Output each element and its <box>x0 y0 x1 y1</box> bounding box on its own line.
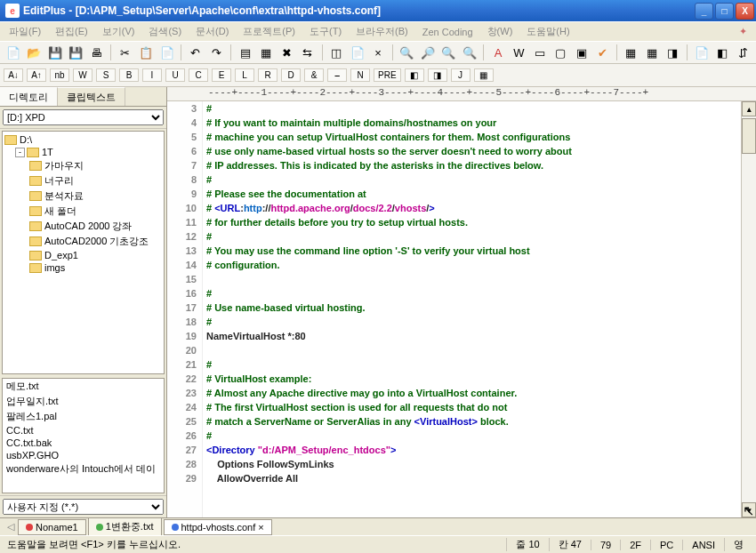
format-button[interactable]: ◧ <box>405 68 424 82</box>
toolbar-button[interactable]: ▦ <box>256 43 275 62</box>
tree-item[interactable]: D_exp1 <box>4 249 162 261</box>
menu-item[interactable]: 문서(D) <box>190 23 234 40</box>
tree-item[interactable]: AutoCAD 2000 강좌 <box>4 219 162 234</box>
toolbar-button[interactable]: ▢ <box>551 43 570 62</box>
format-button[interactable]: D <box>281 68 301 82</box>
toolbar-button[interactable]: ✖ <box>277 43 296 62</box>
redo-icon[interactable]: ↷ <box>207 43 226 62</box>
file-item[interactable]: usbXP.GHO <box>3 449 164 461</box>
file-item[interactable]: 팔레스1.pal <box>3 409 164 424</box>
file-item[interactable]: 메모.txt <box>3 379 164 394</box>
format-button[interactable]: L <box>235 68 254 82</box>
toolbar-button[interactable]: ◧ <box>712 43 731 62</box>
toolbar-button[interactable]: 🔎 <box>418 43 437 62</box>
toolbar-button[interactable]: ◨ <box>664 43 682 62</box>
expand-icon[interactable]: - <box>15 148 25 157</box>
tree-item[interactable]: AutoCAD2000 기초강조 <box>4 234 162 249</box>
toolbar-button[interactable]: 🔍 <box>460 43 479 62</box>
save-icon[interactable]: 💾 <box>45 43 64 62</box>
save-all-icon[interactable]: 💾 <box>66 43 84 62</box>
toolbar-button[interactable]: A <box>488 43 507 62</box>
open-file-icon[interactable]: 📂 <box>24 43 43 62</box>
scroll-track[interactable] <box>742 116 756 502</box>
menu-item[interactable]: 브라우저(B) <box>350 23 414 40</box>
minimize-button[interactable]: _ <box>695 3 713 20</box>
format-button[interactable]: R <box>258 68 277 82</box>
code-content[interactable]: ## If you want to maintain multiple doma… <box>203 101 741 517</box>
menu-item[interactable]: 편집(E) <box>50 23 93 40</box>
toolbar-button[interactable]: ▦ <box>642 43 661 62</box>
document-tab[interactable]: httpd-vhosts.conf× <box>164 519 272 535</box>
format-button[interactable]: U <box>165 68 185 82</box>
format-button[interactable]: & <box>304 68 324 82</box>
toolbar-button[interactable]: ▤ <box>236 43 254 62</box>
menu-item[interactable]: 검색(S) <box>143 23 187 40</box>
menu-item[interactable]: 창(W) <box>482 23 519 40</box>
file-item[interactable]: CC.txt.bak <box>3 437 164 449</box>
toolbar-button[interactable]: 🔍 <box>439 43 458 62</box>
menu-item[interactable]: 보기(V) <box>97 23 141 40</box>
menu-item[interactable]: Zen Coding <box>417 25 479 39</box>
format-button[interactable]: A↓ <box>4 68 23 82</box>
new-file-icon[interactable]: 📄 <box>4 43 22 62</box>
menu-item[interactable]: 프로젝트(P) <box>237 23 301 40</box>
format-button[interactable]: S <box>96 68 116 82</box>
tab-directory[interactable]: 디렉토리 <box>0 87 58 106</box>
document-tab[interactable]: 1변환중.txt <box>88 517 162 536</box>
format-button[interactable]: N <box>350 68 370 82</box>
tab-cliptext[interactable]: 클립텍스트 <box>58 87 125 106</box>
toolbar-button[interactable]: × <box>368 43 387 62</box>
file-item[interactable]: CC.txt <box>3 424 164 437</box>
find-icon[interactable]: 🔍 <box>398 43 416 62</box>
menu-item[interactable]: 도움말(H) <box>521 23 575 40</box>
toolbar-button[interactable]: ⇆ <box>298 43 317 62</box>
maximize-button[interactable]: □ <box>715 3 734 20</box>
format-button[interactable]: I <box>142 68 162 82</box>
undo-icon[interactable]: ↶ <box>186 43 205 62</box>
scroll-thumb[interactable] <box>742 118 756 154</box>
toolbar-button[interactable]: ◫ <box>327 43 346 62</box>
scroll-up-icon[interactable]: ▴ <box>742 101 756 116</box>
tree-item[interactable]: imgs <box>4 261 162 274</box>
close-button[interactable]: X <box>736 3 754 20</box>
tree-item[interactable]: 분석자료 <box>4 188 162 204</box>
format-button[interactable]: A↑ <box>27 68 46 82</box>
tree-item[interactable]: D:\ <box>4 133 162 146</box>
code-editor[interactable]: 3456789101112131415161718192021222324252… <box>167 101 756 517</box>
format-button[interactable]: ◨ <box>428 68 447 82</box>
toolbar-button[interactable]: ▣ <box>572 43 591 62</box>
tree-item[interactable]: 새 폴더 <box>4 204 162 219</box>
format-button[interactable]: nb <box>50 68 69 82</box>
toolbar-button[interactable]: 📄 <box>692 43 711 62</box>
doctabs-scroll-icon[interactable]: ◁ <box>4 521 18 533</box>
folder-tree[interactable]: D:\-1T가마우지너구리분석자료새 폴더AutoCAD 2000 강좌Auto… <box>2 131 165 374</box>
format-button[interactable]: ‒ <box>327 68 347 82</box>
format-button[interactable]: J <box>451 68 470 82</box>
format-button[interactable]: B <box>119 68 139 82</box>
menu-item[interactable]: 파일(F) <box>4 23 46 40</box>
copy-icon[interactable]: 📋 <box>136 43 155 62</box>
toolbar-button[interactable]: ▭ <box>530 43 549 62</box>
toolbar-button[interactable]: ▦ <box>622 43 640 62</box>
toolbar-button[interactable]: ⇵ <box>734 43 752 62</box>
format-button[interactable]: E <box>212 68 231 82</box>
print-icon[interactable]: 🖶 <box>87 43 106 62</box>
format-button[interactable]: C <box>189 68 208 82</box>
format-button[interactable]: PRE <box>374 68 401 82</box>
tree-item[interactable]: 너구리 <box>4 173 162 188</box>
menu-item[interactable]: 도구(T) <box>304 23 347 40</box>
paste-icon[interactable]: 📄 <box>157 43 176 62</box>
filter-select[interactable]: 사용자 지정 (*.*) <box>3 499 164 515</box>
format-button[interactable]: ▦ <box>474 68 494 82</box>
document-tab[interactable]: Noname1 <box>18 519 86 535</box>
vertical-scrollbar[interactable]: ▴ ▾ <box>741 101 756 517</box>
drive-select[interactable]: [D:] XPD <box>3 109 164 125</box>
scroll-down-icon[interactable]: ▾ <box>742 502 756 517</box>
file-item[interactable]: wonderware사의 Intouch에서 데이 <box>3 461 164 477</box>
file-item[interactable]: 업무일지.txt <box>3 394 164 409</box>
toolbar-button[interactable]: 📄 <box>348 43 366 62</box>
file-list[interactable]: 메모.txt업무일지.txt팔레스1.palCC.txtCC.txt.bakus… <box>2 378 165 493</box>
cut-icon[interactable]: ✂ <box>116 43 134 62</box>
tree-item[interactable]: -1T <box>4 146 162 158</box>
tree-item[interactable]: 가마우지 <box>4 158 162 173</box>
